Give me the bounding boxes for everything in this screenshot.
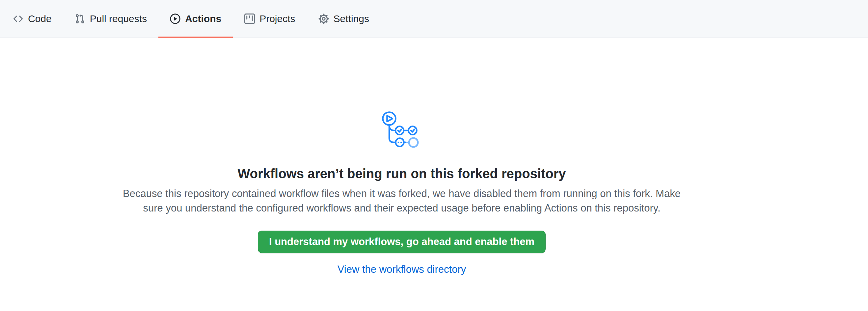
blankslate-description-line: Because this repository contained workfl… <box>123 186 681 201</box>
tab-label: Settings <box>334 14 369 24</box>
code-icon <box>13 13 23 24</box>
blankslate-description: Because this repository contained workfl… <box>123 186 681 215</box>
project-icon <box>244 13 255 24</box>
workflow-graph-icon <box>377 107 427 151</box>
tab-pull-requests[interactable]: Pull requests <box>63 0 158 37</box>
gear-icon <box>318 13 329 24</box>
tab-code[interactable]: Code <box>1 0 63 37</box>
workflows-directory-link[interactable]: View the workflows directory <box>338 263 466 276</box>
tab-label: Pull requests <box>90 14 147 24</box>
tab-label: Actions <box>185 14 221 24</box>
tab-label: Code <box>28 14 52 24</box>
play-icon <box>170 13 181 24</box>
tab-actions[interactable]: Actions <box>158 0 233 37</box>
blankslate-description-line: sure you understand the configured workf… <box>123 201 681 215</box>
blankslate-heading: Workflows aren’t being run on this forke… <box>238 166 566 182</box>
actions-blankslate: Workflows aren’t being run on this forke… <box>0 38 803 276</box>
repo-tab-bar: Code Pull requests Actions <box>0 0 868 38</box>
git-pull-request-icon <box>75 13 85 24</box>
enable-workflows-button[interactable]: I understand my workflows, go ahead and … <box>258 230 546 253</box>
tab-settings[interactable]: Settings <box>307 0 381 37</box>
tab-projects[interactable]: Projects <box>233 0 307 37</box>
tab-label: Projects <box>259 14 295 24</box>
